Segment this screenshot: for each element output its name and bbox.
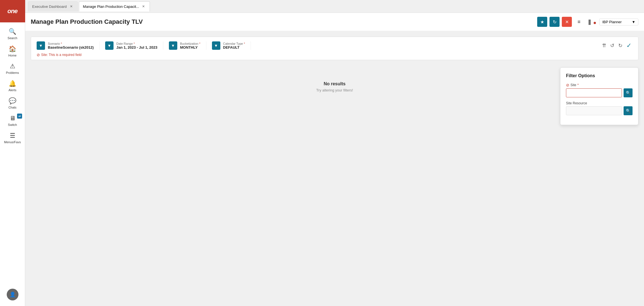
filter-options-panel: Filter Options ⊘ Site * 🔍 Site R (560, 67, 638, 125)
sidebar-item-search[interactable]: 🔍 Search (0, 25, 25, 43)
header-actions: ★ ↻ ✕ (537, 17, 572, 27)
filter-actions: ⇈ ↺ ↻ ✓ (601, 41, 633, 50)
filter-row: ▼ Scenario * BaselineScenario (sk2012) ▼… (37, 41, 633, 50)
tab-manage-plan[interactable]: Manage Plan Production Capacit... ✕ (79, 1, 150, 11)
problems-icon: ⚠ (10, 63, 15, 70)
scenario-dropdown-btn[interactable]: ▼ (37, 41, 45, 50)
tab-bar: Executive Dashboard ✕ Manage Plan Produc… (25, 0, 644, 13)
scenario-label: Scenario * (48, 42, 94, 45)
star-button[interactable]: ★ (537, 17, 547, 27)
date-range-text: Date Range * Jan 1, 2023 - Jul 1, 2023 (116, 42, 157, 50)
logo-text: one (7, 8, 17, 15)
site-resource-field-label: Site Resource (566, 101, 633, 105)
filter-bar: ▼ Scenario * BaselineScenario (sk2012) ▼… (31, 37, 638, 60)
sidebar-item-home[interactable]: 🏠 Home (0, 43, 25, 60)
tab-close-exec[interactable]: ✕ (69, 4, 74, 9)
switch-badge: ⇄ (17, 114, 22, 119)
no-results-area: No results Try altering your filters! (31, 65, 638, 109)
close-page-button[interactable]: ✕ (562, 17, 572, 27)
sidebar-label-problems: Problems (6, 71, 19, 74)
expand-filter-btn[interactable]: ⇈ (601, 41, 607, 50)
sidebar-label-switch: Switch (8, 123, 17, 126)
chats-icon: 💬 (9, 97, 16, 105)
error-text: Site: This is a required field (41, 53, 82, 57)
app-logo[interactable]: one (0, 0, 25, 22)
undo-filter-btn[interactable]: ↺ (609, 41, 615, 50)
site-input-row: 🔍 (566, 88, 633, 97)
sidebar-label-menus: Menus/Favs (4, 140, 21, 144)
bucketization-filter: ▼ Bucketization * MONTHLY (169, 41, 206, 50)
menu-icon: ≡ (577, 19, 581, 25)
site-resource-search-icon: 🔍 (626, 109, 631, 113)
sidebar-label-search: Search (8, 36, 17, 40)
pause-button[interactable]: || (586, 18, 593, 26)
scenario-text: Scenario * BaselineScenario (sk2012) (48, 42, 94, 50)
page-content: ▼ Scenario * BaselineScenario (sk2012) ▼… (25, 31, 644, 306)
filter-error-row: ⊘ Site: This is a required field (37, 53, 633, 57)
site-input[interactable] (566, 88, 622, 97)
menu-button[interactable]: ≡ (575, 18, 583, 26)
page-title: Manage Plan Production Capacity TLV (31, 18, 143, 25)
site-field-label: ⊘ Site * (566, 83, 633, 87)
site-field: ⊘ Site * 🔍 (566, 83, 633, 97)
site-resource-input[interactable] (566, 106, 622, 115)
sidebar-item-menus[interactable]: ☰ Menus/Favs (0, 129, 25, 147)
date-range-filter: ▼ Date Range * Jan 1, 2023 - Jul 1, 2023 (105, 41, 163, 50)
date-range-label: Date Range * (116, 42, 157, 45)
user-avatar[interactable]: 👤 (7, 289, 18, 300)
bucketization-value: MONTHLY (180, 45, 200, 50)
tab-close-manage[interactable]: ✕ (141, 4, 146, 9)
sidebar-label-alerts: Alerts (8, 88, 16, 92)
site-search-btn[interactable]: 🔍 (624, 88, 633, 97)
bucketization-dropdown-btn[interactable]: ▼ (169, 41, 177, 50)
bucketization-required: * (199, 42, 200, 45)
avatar-icon: 👤 (10, 291, 16, 298)
role-selector[interactable]: IBP Planner ▼ (599, 18, 638, 25)
apply-filter-btn[interactable]: ✓ (625, 41, 633, 50)
alerts-icon: 🔔 (9, 80, 16, 87)
refresh-button[interactable]: ↻ (549, 17, 560, 27)
calendar-type-label: Calendar Type * (223, 42, 245, 45)
tab-label-manage: Manage Plan Production Capacit... (83, 4, 139, 9)
sidebar-item-switch[interactable]: 🖥 ⇄ Switch (0, 112, 25, 129)
switch-icon: 🖥 (10, 115, 16, 122)
tab-exec-dashboard[interactable]: Executive Dashboard ✕ (28, 1, 78, 11)
site-resource-field: Site Resource 🔍 (566, 101, 633, 115)
sidebar-item-chats[interactable]: 💬 Chats (0, 95, 25, 112)
sidebar-label-home: Home (8, 54, 16, 57)
site-asterisk: * (577, 83, 579, 87)
site-resource-label-text: Site Resource (566, 101, 587, 105)
site-resource-search-btn[interactable]: 🔍 (624, 106, 633, 115)
content-header: Manage Plan Production Capacity TLV ★ ↻ … (25, 13, 644, 31)
search-icon: 🔍 (9, 28, 16, 35)
sidebar-item-problems[interactable]: ⚠ Problems (0, 60, 25, 77)
filter-options-title: Filter Options (566, 73, 633, 78)
role-label: IBP Planner (602, 20, 622, 24)
sidebar-item-alerts[interactable]: 🔔 Alerts (0, 77, 25, 95)
bucketization-label: Bucketization * (180, 42, 200, 45)
site-search-icon: 🔍 (626, 91, 631, 95)
no-results-subtitle: Try altering your filters! (36, 88, 633, 92)
no-results-title: No results (36, 81, 633, 86)
tab-label-exec: Executive Dashboard (32, 4, 67, 9)
calendar-type-filter: ▼ Calendar Type * DEFAULT (212, 41, 251, 50)
site-label-text: Site (570, 83, 576, 87)
menus-icon: ☰ (10, 132, 15, 139)
calendar-type-dropdown-btn[interactable]: ▼ (212, 41, 220, 50)
sidebar: one 🔍 Search 🏠 Home ⚠ Problems 🔔 Alerts … (0, 0, 25, 306)
home-icon: 🏠 (9, 45, 16, 53)
scenario-filter: ▼ Scenario * BaselineScenario (sk2012) (37, 41, 100, 50)
redo-filter-btn[interactable]: ↻ (617, 41, 624, 50)
site-error-msg: ⊘ Site: This is a required field (37, 53, 633, 57)
scenario-required: * (61, 42, 62, 45)
site-resource-input-row: 🔍 (566, 106, 633, 115)
date-range-value: Jan 1, 2023 - Jul 1, 2023 (116, 45, 157, 50)
date-range-dropdown-btn[interactable]: ▼ (105, 41, 114, 50)
notification-dot (593, 21, 596, 25)
scenario-value: BaselineScenario (sk2012) (48, 45, 94, 50)
sidebar-label-chats: Chats (8, 106, 16, 109)
calendar-type-text: Calendar Type * DEFAULT (223, 42, 245, 50)
date-required: * (134, 42, 135, 45)
calendar-required: * (244, 42, 245, 45)
main-area: Executive Dashboard ✕ Manage Plan Produc… (25, 0, 644, 306)
